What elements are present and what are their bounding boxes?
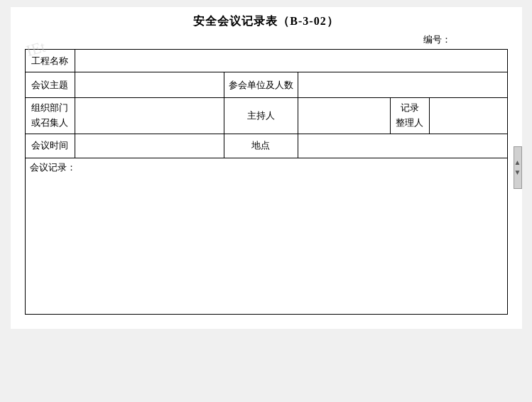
scrollbar[interactable]: ▲ ▼ [514, 146, 522, 189]
meeting-time-row: 会议时间 地点 [25, 134, 507, 158]
meeting-record-row: 会议记录： [25, 158, 507, 314]
meeting-record-label: 会议记录： [30, 162, 76, 173]
serial-value [451, 33, 508, 46]
serial-label: 编号： [423, 33, 451, 46]
serial-number-row: 编号： [25, 33, 508, 46]
location-value[interactable] [298, 134, 507, 158]
meeting-record-cell[interactable]: 会议记录： [25, 158, 507, 314]
recorder-value[interactable] [429, 98, 507, 134]
organizer-row: 组织部门 或召集人 主持人 记录 整理人 [25, 98, 507, 134]
meeting-topic-label: 会议主题 [25, 72, 75, 98]
scroll-down-icon[interactable]: ▼ [514, 169, 521, 176]
form-table: 工程名称 会议主题 参会单位及人数 组织部门 或召集人 主持人 记录 整理人 [25, 49, 508, 315]
page-title: 安全会议记录表（B-3-02） [25, 14, 508, 29]
participants-label: 参会单位及人数 [224, 72, 298, 98]
project-name-row: 工程名称 [25, 50, 507, 72]
host-label: 主持人 [224, 98, 298, 134]
organizer-label: 组织部门 或召集人 [25, 98, 75, 134]
project-name-value[interactable] [75, 50, 507, 72]
meeting-time-value[interactable] [75, 134, 224, 158]
location-label: 地点 [224, 134, 298, 158]
host-value[interactable] [298, 98, 390, 134]
meeting-topic-row: 会议主题 参会单位及人数 [25, 72, 507, 98]
scroll-up-icon[interactable]: ▲ [514, 159, 521, 166]
organizer-value[interactable] [75, 98, 224, 134]
meeting-topic-value[interactable] [75, 72, 224, 98]
participants-value[interactable] [298, 72, 507, 98]
page-container: IEt 安全会议记录表（B-3-02） 编号： 工程名称 会议主题 参会单位及人… [11, 7, 522, 329]
recorder-label: 记录 整理人 [390, 98, 429, 134]
meeting-time-label: 会议时间 [25, 134, 75, 158]
